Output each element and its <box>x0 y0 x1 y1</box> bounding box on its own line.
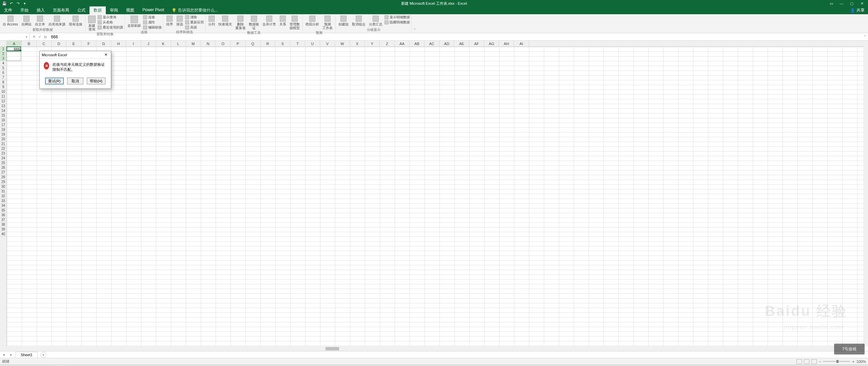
column-header[interactable]: AC <box>425 41 439 46</box>
column-header[interactable]: V <box>320 41 335 46</box>
cell-area[interactable]: 666 <box>7 47 863 346</box>
qat-customize-icon[interactable]: ▾ <box>22 1 27 6</box>
row-header[interactable]: 30 <box>0 184 6 189</box>
ribbon-button[interactable]: 现有连接 <box>67 15 84 27</box>
column-header[interactable]: T <box>290 41 305 46</box>
redo-icon[interactable]: ↷ <box>16 1 20 6</box>
column-header[interactable]: A <box>7 41 22 46</box>
row-header[interactable]: 14 <box>0 108 6 113</box>
row-header[interactable]: 6 <box>0 70 6 75</box>
row-header[interactable]: 15 <box>0 113 6 118</box>
column-header[interactable]: AE <box>454 41 469 46</box>
row-header[interactable]: 20 <box>0 137 6 142</box>
column-header[interactable]: W <box>335 41 350 46</box>
row-header[interactable]: 21 <box>0 142 6 146</box>
ribbon-small-button[interactable]: 高级 <box>185 25 204 30</box>
name-box-input[interactable] <box>2 35 26 39</box>
ribbon-small-button[interactable]: 清除 <box>185 15 204 20</box>
row-header[interactable]: 7 <box>0 75 6 80</box>
row-header[interactable]: 28 <box>0 175 6 180</box>
share-button[interactable]: 👤 共享 <box>847 6 868 14</box>
column-header[interactable]: B <box>22 41 37 46</box>
column-header[interactable]: N <box>201 41 216 46</box>
row-header[interactable]: 8 <box>0 80 6 85</box>
ribbon-button[interactable]: 自文本 <box>34 15 46 27</box>
column-header[interactable]: Q <box>245 41 260 46</box>
row-header[interactable]: 34 <box>0 203 6 208</box>
column-header[interactable]: U <box>305 41 320 46</box>
column-header[interactable]: E <box>66 41 81 46</box>
ribbon-button[interactable]: 筛选 <box>175 15 184 27</box>
column-header[interactable]: G <box>96 41 111 46</box>
horizontal-scrollbar[interactable] <box>0 346 863 351</box>
row-header[interactable]: 10 <box>0 89 6 94</box>
column-header[interactable]: D <box>52 41 66 46</box>
zoom-in-icon[interactable]: + <box>852 360 854 364</box>
tab-公式[interactable]: 公式 <box>73 6 90 14</box>
vertical-scrollbar[interactable] <box>863 41 868 346</box>
zoom-slider[interactable] <box>823 361 850 362</box>
sheet-tab-active[interactable]: Sheet1 <box>16 352 38 358</box>
column-header[interactable]: X <box>350 41 365 46</box>
enter-formula-icon[interactable]: ✓ <box>38 35 41 39</box>
column-header[interactable]: R <box>260 41 275 46</box>
tab-开始[interactable]: 开始 <box>16 6 33 14</box>
row-header[interactable]: 25 <box>0 161 6 165</box>
dialog-titlebar[interactable]: Microsoft Excel ✕ <box>40 51 111 59</box>
ribbon-button[interactable]: 分类汇总 <box>368 15 384 27</box>
page-layout-view-icon[interactable] <box>804 359 809 364</box>
row-header[interactable]: 37 <box>0 218 6 222</box>
row-header[interactable]: 12 <box>0 99 6 104</box>
formula-input[interactable]: 666 <box>50 35 862 39</box>
tab-审阅[interactable]: 审阅 <box>106 6 122 14</box>
ribbon-small-button[interactable]: 隐藏明细数据 <box>384 20 410 25</box>
close-icon[interactable]: ✕ <box>857 0 867 6</box>
row-header[interactable]: 22 <box>0 146 6 151</box>
row-header[interactable]: 18 <box>0 127 6 132</box>
tab-视图[interactable]: 视图 <box>122 6 138 14</box>
ribbon-button[interactable]: 关系 <box>278 15 288 27</box>
row-header[interactable]: 4 <box>0 61 6 66</box>
ribbon-options-icon[interactable]: ▭ <box>827 0 836 6</box>
row-header[interactable]: 40 <box>0 232 6 237</box>
column-header[interactable]: AD <box>439 41 454 46</box>
row-header[interactable]: 38 <box>0 222 6 227</box>
column-header[interactable]: O <box>216 41 231 46</box>
row-header[interactable]: 24 <box>0 156 6 161</box>
ribbon-small-button[interactable]: 编辑链接 <box>143 25 162 30</box>
column-header[interactable]: AH <box>499 41 514 46</box>
row-header[interactable]: 23 <box>0 151 6 156</box>
sheet-nav-prev-icon[interactable]: ◂ <box>0 352 7 357</box>
column-header[interactable]: K <box>156 41 171 46</box>
row-header[interactable]: 29 <box>0 180 6 184</box>
row-header[interactable]: 36 <box>0 213 6 218</box>
fx-icon[interactable]: fx <box>44 35 47 39</box>
collapse-ribbon-icon[interactable]: ˅ <box>412 14 418 33</box>
ribbon-small-button[interactable]: 显示查询 <box>98 15 123 20</box>
ribbon-button[interactable]: 管理数据模型 <box>288 15 301 30</box>
name-box[interactable]: ▾ <box>0 33 30 40</box>
row-header[interactable]: 13 <box>0 104 6 108</box>
save-icon[interactable]: 💾 <box>2 1 7 6</box>
tab-文件[interactable]: 文件 <box>0 6 16 14</box>
row-header[interactable]: 17 <box>0 123 6 127</box>
column-header[interactable]: J <box>141 41 156 46</box>
column-header[interactable]: L <box>171 41 186 46</box>
ribbon-button[interactable]: 新建查询 <box>87 15 97 32</box>
column-header[interactable]: AG <box>484 41 499 46</box>
cancel-button[interactable]: 取消 <box>67 78 83 84</box>
column-header[interactable]: M <box>186 41 201 46</box>
maximize-icon[interactable]: ▢ <box>847 0 856 6</box>
ribbon-small-button[interactable]: 属性 <box>143 20 162 25</box>
column-header[interactable]: P <box>231 41 245 46</box>
cancel-formula-icon[interactable]: ✕ <box>33 35 36 39</box>
ribbon-small-button[interactable]: 连接 <box>143 15 162 20</box>
zoom-percent[interactable]: 100% <box>856 360 866 364</box>
column-headers[interactable]: ABCDEFGHIJKLMNOPQRSTUVWXYZAAABACADAEAFAG… <box>7 41 863 47</box>
undo-icon[interactable]: ↶ <box>9 1 14 6</box>
zoom-out-icon[interactable]: − <box>819 360 821 364</box>
row-header[interactable]: 9 <box>0 85 6 89</box>
tab-Power Pivot[interactable]: Power Pivot <box>138 6 168 14</box>
normal-view-icon[interactable] <box>796 359 802 364</box>
ribbon-small-button[interactable]: 从表格 <box>98 20 123 25</box>
